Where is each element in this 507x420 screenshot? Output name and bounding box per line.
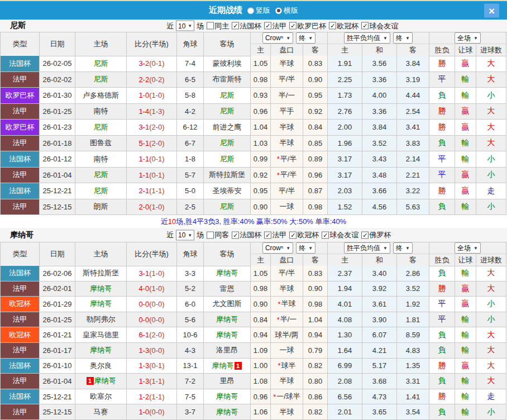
vertical-layout-radio[interactable] xyxy=(247,7,254,14)
score: 0-0(0-0) xyxy=(127,312,177,328)
league-checkbox-4[interactable] xyxy=(361,231,369,238)
avg-select-value: 胜平负均值 xyxy=(347,244,380,253)
team-label: 尼斯 xyxy=(220,106,235,116)
corners: 7-2 xyxy=(177,374,204,389)
league-type: 法甲 xyxy=(1,312,40,328)
col-type: 类型 xyxy=(1,32,40,56)
league-checkbox-2[interactable] xyxy=(289,231,296,238)
home-team: 图鲁兹 xyxy=(75,136,127,152)
handicap-value: 半/一 xyxy=(279,90,295,101)
final-odds-select[interactable]: 终 xyxy=(296,32,315,44)
handicap-line: *球半 xyxy=(271,359,303,374)
avg-select[interactable]: 胜平负均值 xyxy=(344,242,390,254)
result-handicap: 輸 xyxy=(455,136,476,152)
table-row: 法甲25-12-15马赛1-0(0-0)3-7摩纳哥1.06半球0.822.01… xyxy=(0,404,507,420)
avg-draw-odds: 3.68 xyxy=(362,374,397,389)
col-avg-draw: 和 xyxy=(362,44,397,56)
league-checkbox-0[interactable] xyxy=(232,231,239,238)
halftime-score: (1-0) xyxy=(149,203,164,211)
team-label: 摩纳哥 xyxy=(216,268,238,278)
result-goals: 小 xyxy=(476,312,506,328)
home-team: 欧塞尔 xyxy=(75,389,127,405)
home-team: 尼斯 xyxy=(75,72,127,88)
corners: 13-1 xyxy=(177,359,204,374)
avg-home-odds: 3.17 xyxy=(328,151,362,168)
corners: 5-8 xyxy=(177,88,204,104)
league-type: 法国杯 xyxy=(1,151,40,168)
avg-away-odds: 8.59 xyxy=(397,327,429,343)
away-team: 里昂 xyxy=(204,374,251,389)
league-label-1: 法甲 xyxy=(272,230,286,240)
line-changed-marker: * xyxy=(273,393,276,401)
bookmaker-select[interactable]: Crowⁿ xyxy=(262,242,293,254)
match-date: 26-02-05 xyxy=(40,56,75,72)
final-avg-select[interactable]: 终 xyxy=(393,242,413,254)
match-date: 26-01-18 xyxy=(40,136,75,152)
league-type: 法国杯 xyxy=(1,183,40,199)
score: 3-1(2-0) xyxy=(127,120,177,136)
team-label: 摩纳哥 xyxy=(90,345,112,355)
away-team: 圣埃蒂安 xyxy=(204,183,251,199)
col-date: 日期 xyxy=(40,32,75,56)
match-count-select[interactable]: 10 xyxy=(176,21,194,31)
team-label: 尤文图斯 xyxy=(213,299,242,309)
fulltime-select[interactable]: 全场 xyxy=(455,242,481,254)
league-type: 法甲 xyxy=(1,72,40,88)
home-odds: 1.09 xyxy=(251,343,271,359)
col-home-odds: 主 xyxy=(251,44,271,56)
horizontal-layout-label: 横版 xyxy=(284,6,298,16)
score: 1-3(0-1) xyxy=(127,359,177,374)
match-count-select[interactable]: 10 xyxy=(176,230,194,240)
bookmaker-select[interactable]: Crowⁿ xyxy=(262,32,293,44)
red-card-badge: 1 xyxy=(235,362,242,370)
final-avg-select-value: 终 xyxy=(396,244,403,253)
close-button[interactable]: × xyxy=(484,3,499,17)
league-checkbox-1[interactable] xyxy=(264,22,271,30)
league-checkbox-4[interactable] xyxy=(361,22,369,30)
same-venue-checkbox[interactable] xyxy=(207,231,214,238)
team-label: 斯特拉斯堡 xyxy=(83,268,119,278)
league-label-0: 法国杯 xyxy=(240,230,261,240)
horizontal-layout-radio[interactable] xyxy=(275,7,282,14)
league-checkbox-3[interactable] xyxy=(322,231,329,238)
line-changed-marker: * xyxy=(277,171,280,179)
league-type: 法甲 xyxy=(1,199,40,216)
league-checkbox-2[interactable] xyxy=(289,22,296,30)
avg-draw-odds: 4.73 xyxy=(362,389,397,405)
handicap-value: 一球 xyxy=(280,202,294,212)
result-wdl: 勝 xyxy=(429,120,455,136)
league-type: 法国杯 xyxy=(1,56,40,72)
away-odds: 0.87 xyxy=(303,183,328,199)
team-bar: 尼斯 近 10 场 同主 法国杯 法甲 欧罗巴杯 欧冠杯 球会友谊 xyxy=(0,20,507,32)
avg-away-odds: 3.31 xyxy=(397,374,429,389)
league-checkbox-3[interactable] xyxy=(329,22,336,30)
result-handicap: 輸 xyxy=(455,266,476,281)
avg-draw-odds: 4.21 xyxy=(362,343,397,359)
fulltime-score: 5-1 xyxy=(138,139,149,147)
final-avg-select[interactable]: 终 xyxy=(393,32,413,44)
table-row: 法国杯26-01-10奥尔良1-3(0-1)13-1摩纳哥11.00*球半0.8… xyxy=(0,359,507,374)
team-label: 奥尔良 xyxy=(90,361,112,371)
avg-away-odds: 3.52 xyxy=(397,281,429,297)
fulltime-score: 1-3 xyxy=(138,361,149,370)
team-label: 尼斯 xyxy=(220,154,235,164)
filter-bar: 近 10 场 同主 法国杯 法甲 欧罗巴杯 欧冠杯 球会友谊 xyxy=(166,21,398,31)
fulltime-select[interactable]: 全场 xyxy=(455,32,481,44)
avg-select[interactable]: 胜平负均值 xyxy=(344,32,390,44)
avg-home-odds: 1.30 xyxy=(328,327,362,343)
final-odds-select[interactable]: 终 xyxy=(296,242,315,254)
fulltime-score: 3-2 xyxy=(138,59,149,68)
league-checkbox-0[interactable] xyxy=(232,22,239,30)
league-checkbox-1[interactable] xyxy=(264,231,271,238)
result-wdl: 負 xyxy=(429,88,455,104)
col-date: 日期 xyxy=(40,242,75,266)
summary-pre: 近 xyxy=(161,217,168,227)
avg-away-odds: 1.81 xyxy=(397,312,429,328)
table-row: 法甲26-01-17摩纳哥1-3(0-0)4-3洛里昂1.09一球0.791.6… xyxy=(0,343,507,359)
result-wdl: 負 xyxy=(429,136,455,152)
same-venue-checkbox[interactable] xyxy=(207,22,214,30)
handicap-line: 平/半 xyxy=(271,266,303,281)
result-handicap: 輸 xyxy=(455,327,476,343)
away-team: 摩纳哥 xyxy=(204,266,251,281)
corners: 5-2 xyxy=(177,281,204,297)
